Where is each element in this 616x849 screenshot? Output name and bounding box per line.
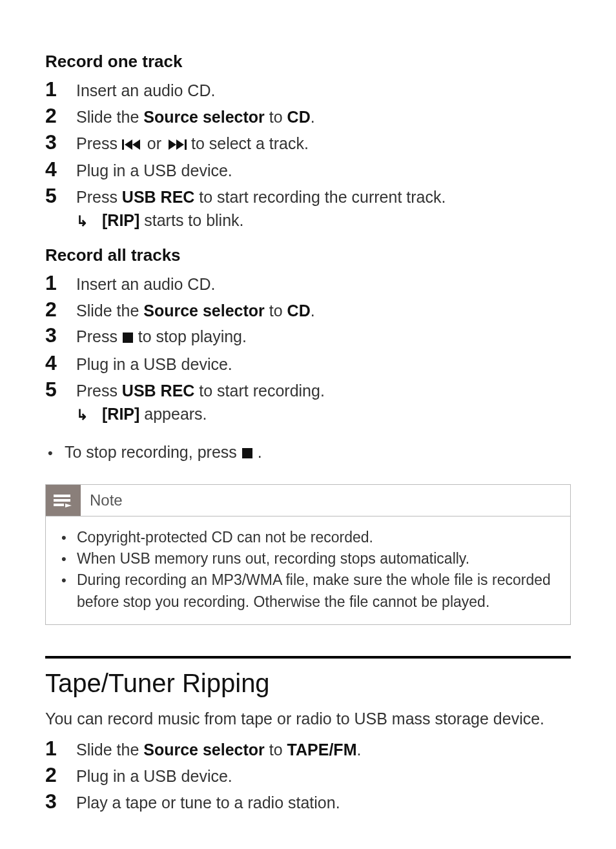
stop-icon: [241, 440, 253, 466]
bold-text: [RIP]: [102, 211, 139, 229]
step-number: 4: [45, 157, 76, 181]
text: Press: [76, 382, 122, 400]
steps-record-one-track: 1Insert an audio CD.2Slide the Source se…: [45, 77, 571, 230]
note-icon: [46, 485, 81, 516]
step-body: Press USB REC to start recording the cur…: [76, 183, 571, 210]
text: Insert an audio CD.: [76, 275, 215, 293]
step: 5Press USB REC to start recording the cu…: [45, 183, 571, 210]
step-number: 3: [45, 789, 76, 813]
text: to stop playing.: [134, 327, 247, 345]
note-text: When USB memory runs out, recording stop…: [77, 548, 469, 569]
step: 2Plug in a USB device.: [45, 762, 571, 789]
step: 2Slide the Source selector to CD.: [45, 297, 571, 323]
heading-tape-tuner-ripping: Tape/Tuner Ripping: [45, 669, 571, 698]
manual-page: Record one track 1Insert an audio CD.2Sl…: [0, 0, 616, 849]
step-number: 3: [45, 130, 76, 154]
text: Press: [76, 134, 122, 152]
step-number: 2: [45, 297, 76, 322]
step-body: Plug in a USB device.: [76, 762, 571, 789]
note-item: •During recording an MP3/WMA file, make …: [55, 569, 561, 613]
step: 3Press to stop playing.: [45, 323, 571, 351]
step: 5Press USB REC to start recording.: [45, 377, 571, 404]
step-body: Slide the Source selector to CD.: [76, 297, 571, 323]
bullet-dot: •: [55, 527, 77, 548]
text: appears.: [139, 405, 207, 423]
step-body: Plug in a USB device.: [76, 351, 571, 377]
step-number: 1: [45, 736, 76, 761]
step-number: 5: [45, 183, 76, 208]
bold-text: TAPE/FM: [287, 741, 357, 759]
bold-text: USB REC: [122, 382, 195, 400]
svg-rect-0: [122, 139, 124, 150]
note-item: •When USB memory runs out, recording sto…: [55, 548, 561, 569]
step-number: 4: [45, 351, 76, 375]
note-label: Note: [81, 491, 123, 509]
step: 1Slide the Source selector to TAPE/FM.: [45, 736, 571, 762]
bold-text: CD: [287, 302, 311, 320]
result-arrow-icon: ↳: [76, 407, 102, 424]
step-number: 2: [45, 762, 76, 787]
text: Plug in a USB device.: [76, 767, 232, 785]
bullet-dot: •: [55, 570, 77, 591]
heading-record-all-tracks: Record all tracks: [45, 245, 571, 265]
text: to: [265, 302, 287, 320]
bullet-dot: •: [45, 442, 65, 464]
bold-text: Source selector: [143, 108, 265, 126]
svg-marker-4: [176, 139, 184, 150]
step-body: Plug in a USB device.: [76, 157, 571, 183]
text: to start recording.: [194, 382, 324, 400]
section-divider: [45, 656, 571, 659]
text: to: [265, 108, 287, 126]
bullet-body: To stop recording, press .: [65, 439, 262, 466]
step-body: Insert an audio CD.: [76, 77, 571, 103]
note-body: •Copyright-protected CD can not be recor…: [46, 517, 570, 624]
steps-tape-tuner: 1Slide the Source selector to TAPE/FM.2P…: [45, 736, 571, 815]
svg-rect-8: [54, 495, 70, 497]
step: 3Play a tape or tune to a radio station.: [45, 789, 571, 815]
step-result: ↳[RIP] starts to blink.: [45, 211, 571, 230]
stop-icon: [122, 325, 134, 351]
bold-text: Source selector: [143, 741, 265, 759]
note-block: Note •Copyright-protected CD can not be …: [45, 484, 571, 625]
result-body: [RIP] appears.: [102, 405, 207, 424]
text: Slide the: [76, 108, 143, 126]
skip-next-icon: [166, 132, 187, 158]
text: .: [311, 302, 315, 320]
result-arrow-icon: ↳: [76, 213, 102, 230]
step-result: ↳[RIP] appears.: [45, 405, 571, 424]
svg-marker-1: [125, 139, 132, 150]
intro-tape-tuner: You can record music from tape or radio …: [45, 707, 571, 731]
text: Slide the: [76, 302, 143, 320]
text: .: [356, 741, 361, 759]
step-body: Press or to select a track.: [76, 130, 571, 158]
text: .: [311, 108, 315, 126]
svg-marker-2: [132, 139, 140, 150]
step-number: 2: [45, 103, 76, 128]
stop-recording-note: •To stop recording, press .: [45, 439, 571, 466]
step: 1Insert an audio CD.: [45, 77, 571, 103]
svg-rect-10: [54, 504, 64, 506]
result-body: [RIP] starts to blink.: [102, 211, 244, 230]
text: or: [143, 134, 166, 152]
step-number: 1: [45, 77, 76, 101]
text: Play a tape or tune to a radio station.: [76, 793, 340, 812]
text: Plug in a USB device.: [76, 161, 232, 179]
svg-rect-9: [54, 499, 70, 502]
step: 4Plug in a USB device.: [45, 351, 571, 377]
step-body: Slide the Source selector to TAPE/FM.: [76, 736, 571, 762]
skip-previous-icon: [122, 132, 143, 158]
note-header: Note: [46, 485, 570, 517]
step: 2Slide the Source selector to CD.: [45, 103, 571, 130]
text: Slide the: [76, 741, 143, 759]
step-body: Play a tape or tune to a radio station.: [76, 789, 571, 815]
text: Plug in a USB device.: [76, 355, 232, 373]
text: to: [265, 741, 287, 759]
step: 3Press or to select a track.: [45, 130, 571, 158]
step-body: Press USB REC to start recording.: [76, 377, 571, 404]
svg-rect-7: [242, 448, 252, 458]
heading-record-one-track: Record one track: [45, 52, 571, 72]
step: 1Insert an audio CD.: [45, 271, 571, 297]
step-body: Press to stop playing.: [76, 323, 571, 351]
text: to start recording the current track.: [194, 188, 446, 206]
text: to select a track.: [187, 134, 309, 152]
